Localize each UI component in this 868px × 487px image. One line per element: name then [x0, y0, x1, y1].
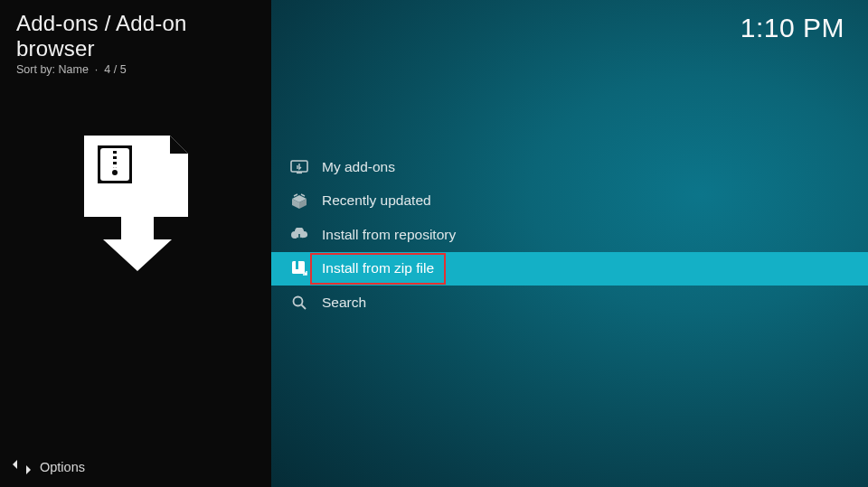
sort-line: Sort by: Name · 4 / 5 — [16, 63, 255, 76]
svg-point-10 — [294, 296, 303, 305]
my-addons-icon — [289, 160, 309, 174]
menu-label: Search — [322, 295, 366, 311]
options-label: Options — [40, 460, 85, 474]
sort-field: Name — [59, 63, 89, 76]
list-position: 4 / 5 — [104, 63, 126, 76]
options-arrows-icon — [13, 460, 31, 474]
menu-label: Install from repository — [322, 227, 456, 243]
cloud-down-icon — [289, 228, 309, 242]
menu-item-recently-updated[interactable]: Recently updated — [271, 184, 868, 219]
breadcrumb: Add-ons / Add-on browser — [16, 11, 255, 61]
menu-label: Install from zip file — [322, 260, 434, 276]
menu-item-my-addons[interactable]: My add-ons — [271, 150, 868, 184]
menu-label: My add-ons — [322, 159, 395, 175]
menu-item-install-repository[interactable]: Install from repository — [271, 218, 868, 252]
box-open-icon — [289, 192, 309, 209]
main-panel: 1:10 PM My add-ons Recentl — [271, 0, 868, 487]
zip-file-icon — [289, 260, 309, 276]
svg-point-5 — [112, 170, 118, 175]
sidebar-panel: Add-ons / Add-on browser Sort by: Name ·… — [0, 0, 271, 487]
svg-rect-7 — [297, 172, 302, 173]
menu-item-search[interactable]: Search — [271, 286, 868, 320]
svg-rect-9 — [296, 261, 298, 269]
options-button[interactable]: Options — [0, 447, 271, 487]
search-icon — [289, 295, 309, 311]
sidebar-header: Add-ons / Add-on browser Sort by: Name ·… — [0, 0, 271, 81]
addon-menu: My add-ons Recently updated Install — [271, 150, 868, 320]
sort-prefix: Sort by: — [16, 63, 59, 76]
svg-line-11 — [302, 304, 307, 309]
zip-download-illustration — [0, 131, 271, 271]
menu-item-install-zip[interactable]: Install from zip file — [271, 252, 868, 286]
menu-label: Recently updated — [322, 192, 431, 209]
svg-rect-1 — [107, 136, 123, 145]
clock: 1:10 PM — [741, 13, 844, 43]
